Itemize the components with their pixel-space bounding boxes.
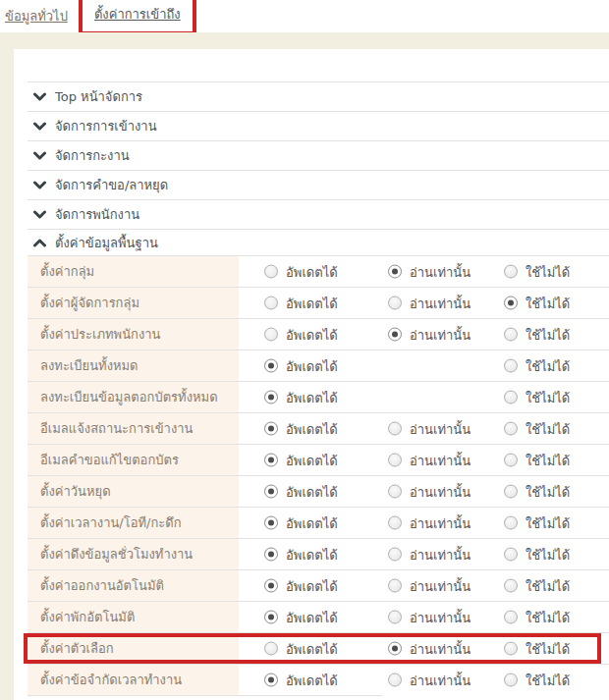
radio-option-label[interactable]: อ่านเท่านั้น <box>410 575 471 596</box>
radio-option-read_only[interactable]: อ่านเท่านั้น <box>388 293 471 313</box>
radio-selected-icon[interactable] <box>388 265 402 279</box>
radio-option-disabled[interactable]: ใช้ไม่ได้ <box>504 418 570 439</box>
radio-selected-icon[interactable] <box>264 579 278 593</box>
radio-selected-icon[interactable] <box>264 673 278 687</box>
radio-option-label[interactable]: อ่านเท่านั้น <box>410 418 471 439</box>
radio-unselected-icon[interactable] <box>504 454 518 467</box>
radio-selected-icon[interactable] <box>264 359 278 373</box>
radio-option-label[interactable]: ใช้ไม่ได้ <box>526 261 570 282</box>
radio-option-label[interactable]: ใช้ไม่ได้ <box>526 324 570 345</box>
radio-unselected-icon[interactable] <box>388 579 402 593</box>
radio-option-label[interactable]: ใช้ไม่ได้ <box>526 638 570 659</box>
radio-option-label[interactable]: ใช้ไม่ได้ <box>526 481 570 502</box>
radio-option-read_only[interactable]: อ่านเท่านั้น <box>388 544 471 565</box>
radio-option-label[interactable]: อ่านเท่านั้น <box>410 512 471 533</box>
radio-selected-icon[interactable] <box>264 611 278 624</box>
radio-option-label[interactable]: อัพเดตได้ <box>286 324 338 345</box>
radio-option-update[interactable]: อัพเดตได้ <box>264 575 338 596</box>
radio-option-label[interactable]: ใช้ไม่ได้ <box>526 670 570 690</box>
radio-option-label[interactable]: อ่านเท่านั้น <box>410 293 471 313</box>
radio-option-read_only[interactable]: อ่านเท่านั้น <box>388 638 471 659</box>
radio-option-label[interactable]: ใช้ไม่ได้ <box>526 418 570 439</box>
radio-unselected-icon[interactable] <box>504 265 518 279</box>
radio-option-update[interactable]: อัพเดตได้ <box>264 670 338 690</box>
radio-option-disabled[interactable]: ใช้ไม่ได้ <box>504 512 570 533</box>
radio-unselected-icon[interactable] <box>504 548 518 562</box>
radio-option-label[interactable]: อ่านเท่านั้น <box>410 450 471 470</box>
radio-option-read_only[interactable]: อ่านเท่านั้น <box>388 450 471 470</box>
radio-unselected-icon[interactable] <box>504 485 518 499</box>
radio-option-label[interactable]: ใช้ไม่ได้ <box>526 450 570 470</box>
section-header[interactable]: จัดการการเข้างาน <box>28 111 609 140</box>
radio-option-label[interactable]: อัพเดตได้ <box>286 293 338 313</box>
radio-unselected-icon[interactable] <box>504 422 518 436</box>
radio-unselected-icon[interactable] <box>388 485 402 499</box>
radio-option-read_only[interactable]: อ่านเท่านั้น <box>388 575 471 596</box>
radio-unselected-icon[interactable] <box>504 391 518 404</box>
radio-option-read_only[interactable]: อ่านเท่านั้น <box>388 481 471 502</box>
radio-option-read_only[interactable]: อ่านเท่านั้น <box>388 418 471 439</box>
section-header[interactable]: ตั้งค่าข้อมูลพื้นฐาน <box>28 229 609 255</box>
radio-option-label[interactable]: อัพเดตได้ <box>286 512 338 533</box>
radio-option-update[interactable]: อัพเดตได้ <box>264 324 338 345</box>
radio-unselected-icon[interactable] <box>388 454 402 467</box>
tab-access-settings[interactable]: ตั้งค่าการเข้าถึง <box>94 7 181 22</box>
radio-option-label[interactable]: ใช้ไม่ได้ <box>526 387 570 407</box>
radio-unselected-icon[interactable] <box>504 359 518 373</box>
radio-option-disabled[interactable]: ใช้ไม่ได้ <box>504 544 570 565</box>
radio-option-label[interactable]: อัพเดตได้ <box>286 418 338 439</box>
radio-unselected-icon[interactable] <box>504 516 518 530</box>
tab-general-info[interactable]: ข้อมูลทั่วไป <box>5 6 68 27</box>
radio-option-label[interactable]: อัพเดตได้ <box>286 670 338 690</box>
radio-selected-icon[interactable] <box>264 454 278 467</box>
radio-selected-icon[interactable] <box>504 296 518 310</box>
radio-option-label[interactable]: อ่านเท่านั้น <box>410 481 471 502</box>
radio-option-label[interactable]: อัพเดตได้ <box>286 355 338 376</box>
radio-option-read_only[interactable]: อ่านเท่านั้น <box>388 324 471 345</box>
radio-option-label[interactable]: อัพเดตได้ <box>286 575 338 596</box>
radio-option-update[interactable]: อัพเดตได้ <box>264 261 338 282</box>
section-header[interactable]: Top หน้าจัดการ <box>28 81 609 111</box>
radio-option-update[interactable]: อัพเดตได้ <box>264 638 338 659</box>
radio-option-read_only[interactable]: อ่านเท่านั้น <box>388 512 471 533</box>
radio-option-label[interactable]: ใช้ไม่ได้ <box>526 355 570 376</box>
radio-unselected-icon[interactable] <box>388 673 402 687</box>
radio-unselected-icon[interactable] <box>388 516 402 530</box>
radio-option-label[interactable]: อ่านเท่านั้น <box>410 324 471 345</box>
radio-unselected-icon[interactable] <box>504 611 518 624</box>
radio-option-label[interactable]: อัพเดตได้ <box>286 450 338 470</box>
radio-unselected-icon[interactable] <box>264 265 278 279</box>
radio-unselected-icon[interactable] <box>264 328 278 342</box>
radio-option-read_only[interactable]: อ่านเท่านั้น <box>388 261 471 282</box>
radio-option-update[interactable]: อัพเดตได้ <box>264 293 338 313</box>
radio-selected-icon[interactable] <box>264 391 278 404</box>
radio-option-label[interactable]: ใช้ไม่ได้ <box>526 512 570 533</box>
radio-option-label[interactable]: อ่านเท่านั้น <box>410 607 471 627</box>
radio-option-update[interactable]: อัพเดตได้ <box>264 481 338 502</box>
radio-option-label[interactable]: อ่านเท่านั้น <box>410 544 471 565</box>
radio-option-disabled[interactable]: ใช้ไม่ได้ <box>504 607 570 627</box>
radio-option-disabled[interactable]: ใช้ไม่ได้ <box>504 575 570 596</box>
radio-option-update[interactable]: อัพเดตได้ <box>264 607 338 627</box>
radio-unselected-icon[interactable] <box>504 642 518 656</box>
radio-unselected-icon[interactable] <box>388 422 402 436</box>
radio-selected-icon[interactable] <box>388 328 402 342</box>
radio-unselected-icon[interactable] <box>504 579 518 593</box>
radio-option-update[interactable]: อัพเดตได้ <box>264 387 338 407</box>
radio-selected-icon[interactable] <box>388 642 402 656</box>
radio-unselected-icon[interactable] <box>264 642 278 656</box>
radio-unselected-icon[interactable] <box>504 328 518 342</box>
radio-selected-icon[interactable] <box>264 548 278 562</box>
radio-option-update[interactable]: อัพเดตได้ <box>264 355 338 376</box>
radio-option-update[interactable]: อัพเดตได้ <box>264 450 338 470</box>
radio-unselected-icon[interactable] <box>388 548 402 562</box>
radio-option-read_only[interactable]: อ่านเท่านั้น <box>388 670 471 690</box>
section-header[interactable]: จัดการพนักงาน <box>28 199 609 229</box>
radio-option-label[interactable]: อัพเดตได้ <box>286 481 338 502</box>
radio-option-disabled[interactable]: ใช้ไม่ได้ <box>504 387 570 407</box>
radio-unselected-icon[interactable] <box>388 611 402 624</box>
radio-option-label[interactable]: ใช้ไม่ได้ <box>526 544 570 565</box>
radio-option-disabled[interactable]: ใช้ไม่ได้ <box>504 450 570 470</box>
radio-option-update[interactable]: อัพเดตได้ <box>264 544 338 565</box>
radio-option-label[interactable]: อ่านเท่านั้น <box>410 670 471 690</box>
